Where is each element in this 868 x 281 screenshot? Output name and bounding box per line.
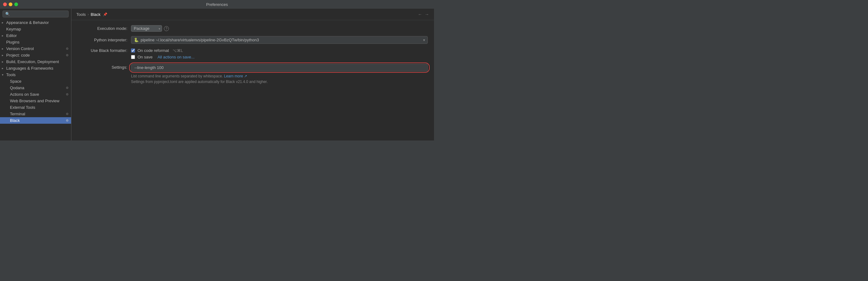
nav-forward-arrow[interactable]: → [425, 12, 429, 17]
content-area: Tools › Black 📌 ← → Execution mode: Pack… [71, 9, 434, 140]
sidebar-item-label: Appearance & Behavior [6, 20, 49, 25]
main-layout: Appearance & Behavior Keymap Editor Plug… [0, 9, 434, 140]
sidebar-item-qodana[interactable]: Qodana ⚙ [0, 85, 71, 91]
on-code-reformat-checkbox[interactable] [131, 49, 135, 53]
execution-mode-select-container: Package Binary Module [131, 25, 162, 32]
titlebar: Preferences [0, 0, 434, 9]
sidebar-item-terminal[interactable]: Terminal ⚙ [0, 111, 71, 117]
settings-row: Settings: List command line arguments se… [78, 64, 428, 85]
settings-icon: ⚙ [66, 112, 69, 116]
minimize-button[interactable] [9, 2, 12, 6]
settings-icon: ⚙ [66, 119, 69, 122]
settings-icon: ⚙ [66, 86, 69, 89]
maximize-button[interactable] [14, 2, 18, 6]
settings-input-wrapper [131, 64, 428, 72]
window-controls [3, 2, 18, 6]
interpreter-value: pipeline ~/.local/share/virtualenvs/pipe… [141, 37, 423, 42]
sidebar-item-label: Space [10, 79, 22, 84]
sidebar-item-plugins[interactable]: Plugins [0, 39, 71, 46]
close-button[interactable] [3, 2, 7, 6]
sidebar-item-label: Black [10, 118, 20, 123]
python-emoji-icon: 🐍 [134, 37, 139, 42]
sidebar: Appearance & Behavior Keymap Editor Plug… [0, 9, 71, 140]
sidebar-item-label: Terminal [10, 112, 25, 116]
sidebar-item-external-tools[interactable]: External Tools [0, 104, 71, 111]
settings-label: Settings: [78, 65, 127, 69]
sidebar-item-project[interactable]: Project: code ⚙ [0, 52, 71, 58]
chevron-icon [2, 47, 5, 50]
chevron-icon [2, 34, 5, 37]
sidebar-item-tools[interactable]: Tools [0, 72, 71, 78]
sidebar-item-languages[interactable]: Languages & Frameworks [0, 65, 71, 72]
breadcrumb-parent[interactable]: Tools [76, 12, 86, 17]
help-text-note: Settings from pyproject.toml are applied… [131, 80, 268, 84]
sidebar-item-label: Editor [6, 33, 17, 38]
sidebar-item-keymap[interactable]: Keymap [0, 26, 71, 32]
sidebar-item-label: Actions on Save [10, 92, 39, 97]
on-save-checkbox[interactable] [131, 55, 135, 59]
chevron-icon [2, 53, 5, 57]
sidebar-item-label: Plugins [6, 40, 20, 45]
all-actions-link[interactable]: All actions on save... [157, 55, 194, 59]
help-icon[interactable]: ? [164, 26, 169, 31]
interpreter-field[interactable]: 🐍 pipeline ~/.local/share/virtualenvs/pi… [131, 36, 428, 44]
breadcrumb-current: Black [91, 12, 101, 17]
settings-icon: ⚙ [66, 47, 69, 50]
sidebar-item-editor[interactable]: Editor [0, 32, 71, 39]
chevron-icon [2, 21, 5, 24]
settings-input[interactable] [131, 64, 428, 72]
chevron-icon [2, 60, 5, 63]
breadcrumb-separator: › [88, 12, 89, 16]
chevron-icon [2, 73, 5, 77]
sidebar-item-actions-on-save[interactable]: Actions on Save ⚙ [0, 91, 71, 97]
sidebar-item-web-browsers[interactable]: Web Browsers and Preview [0, 97, 71, 104]
sidebar-item-label: Tools [6, 73, 16, 77]
use-black-formatter-row: Use Black formatter: On code reformat ⌥⌘… [78, 48, 428, 53]
sidebar-item-version-control[interactable]: Version Control ⚙ [0, 46, 71, 52]
shortcut-hint: ⌥⌘L [173, 49, 183, 53]
python-interpreter-label: Python interpreter: [78, 37, 127, 42]
use-black-formatter-label: Use Black formatter: [78, 48, 127, 53]
sidebar-item-label: Keymap [6, 27, 21, 31]
sidebar-item-label: Web Browsers and Preview [10, 99, 59, 103]
help-text-main: List command line arguments separated by… [131, 74, 223, 78]
on-save-label: On save [137, 55, 152, 59]
sidebar-item-label: Languages & Frameworks [6, 66, 53, 71]
execution-mode-select[interactable]: Package Binary Module [131, 25, 162, 32]
sidebar-item-label: Version Control [6, 46, 34, 51]
execution-mode-select-wrapper: Package Binary Module ? [131, 25, 169, 32]
sidebar-item-label: External Tools [10, 105, 35, 110]
execution-mode-label: Execution mode: [78, 26, 127, 31]
sidebar-item-build[interactable]: Build, Execution, Deployment [0, 58, 71, 65]
interpreter-dropdown-icon[interactable]: ▾ [423, 38, 425, 42]
content-header: Tools › Black 📌 ← → [71, 9, 434, 20]
settings-icon: ⚙ [66, 53, 69, 57]
search-input[interactable] [2, 10, 69, 18]
settings-form: Execution mode: Package Binary Module ? … [71, 20, 434, 94]
sidebar-item-space[interactable]: Space [0, 78, 71, 85]
sidebar-item-appearance[interactable]: Appearance & Behavior [0, 19, 71, 26]
on-save-row: On save All actions on save... [78, 55, 428, 59]
settings-help-text: List command line arguments separated by… [131, 73, 428, 85]
learn-more-link[interactable]: Learn more ↗ [224, 74, 247, 78]
nav-arrows: ← → [418, 12, 429, 17]
execution-mode-row: Execution mode: Package Binary Module ? [78, 25, 428, 32]
sidebar-item-black[interactable]: Black ⚙ [0, 117, 71, 124]
on-code-reformat-row: On code reformat ⌥⌘L [131, 48, 183, 53]
python-interpreter-row: Python interpreter: 🐍 pipeline ~/.local/… [78, 36, 428, 44]
sidebar-item-label: Qodana [10, 85, 24, 90]
on-code-reformat-label: On code reformat [137, 48, 169, 53]
chevron-icon [2, 66, 5, 70]
on-save-checkbox-row: On save All actions on save... [131, 55, 195, 59]
nav-back-arrow[interactable]: ← [418, 12, 422, 17]
sidebar-item-label: Project: code [6, 53, 30, 57]
window-title: Preferences [206, 2, 228, 7]
settings-icon: ⚙ [66, 93, 69, 96]
sidebar-search-wrapper [0, 9, 71, 19]
pin-icon[interactable]: 📌 [103, 12, 107, 17]
sidebar-item-label: Build, Execution, Deployment [6, 59, 59, 64]
